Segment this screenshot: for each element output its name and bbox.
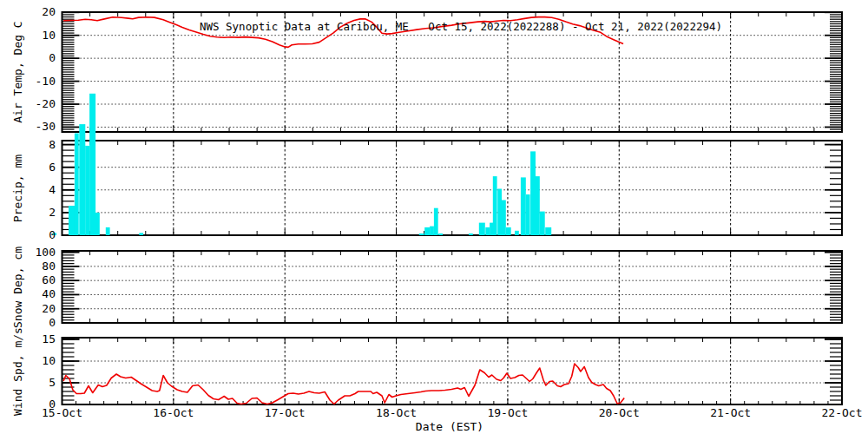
chart-canvas xyxy=(0,0,868,434)
x-axis-title: Date (EST) xyxy=(416,420,483,433)
x-tick-label: 17-Oct xyxy=(265,406,306,419)
y-tick-label: -30 xyxy=(19,120,56,133)
y-tick-label: 20 xyxy=(19,5,56,18)
x-tick-label: 21-Oct xyxy=(710,406,751,419)
x-tick-label: 20-Oct xyxy=(599,406,640,419)
y-tick-label: 0 xyxy=(19,316,56,329)
wind-speed-line xyxy=(63,364,624,404)
y-tick-label: 5 xyxy=(19,376,56,389)
x-tick-label: 18-Oct xyxy=(376,406,417,419)
y-tick-label: 100 xyxy=(19,246,56,259)
y-tick-label: 10 xyxy=(19,354,56,367)
y-tick-label: 2 xyxy=(19,206,56,219)
y-tick-label: 0 xyxy=(19,228,56,241)
x-tick-label: 15-Oct xyxy=(42,406,82,419)
y-tick-label: 20 xyxy=(19,302,56,315)
x-tick-label: 16-Oct xyxy=(153,406,194,419)
y-tick-label: 40 xyxy=(19,287,56,300)
y-axis-title-air-temperature: Air Temp, Deg C xyxy=(11,21,24,122)
panel-border-wind-speed xyxy=(62,338,843,404)
y-tick-label: 10 xyxy=(19,29,56,42)
x-tick-label: 19-Oct xyxy=(487,406,528,419)
y-tick-label: 60 xyxy=(19,273,56,286)
y-axis-title-snow-depth: Snow Dep, cm xyxy=(11,247,24,328)
panel-border-precipitation xyxy=(62,141,843,235)
y-tick-label: -20 xyxy=(19,97,56,110)
y-tick-label: 6 xyxy=(19,161,56,174)
precip-bars xyxy=(53,94,551,235)
y-tick-label: -10 xyxy=(19,75,56,88)
x-tick-label: 22-Oct xyxy=(822,406,863,419)
y-axis-title-wind-speed: Wind Spd, m/s xyxy=(11,327,24,416)
y-tick-label: 15 xyxy=(19,332,56,345)
y-axis-title-precipitation: Precip, mm xyxy=(11,154,24,221)
y-tick-label: 80 xyxy=(19,260,56,273)
nws-synoptic-figure: NWS Synoptic Data at Caribou, ME Oct 15,… xyxy=(0,0,868,434)
y-tick-label: 0 xyxy=(19,51,56,64)
panel-border-snow-depth xyxy=(62,251,843,323)
y-tick-label: 8 xyxy=(19,138,56,151)
chart-title: NWS Synoptic Data at Caribou, ME Oct 15,… xyxy=(200,20,722,33)
y-tick-label: 4 xyxy=(19,183,56,196)
